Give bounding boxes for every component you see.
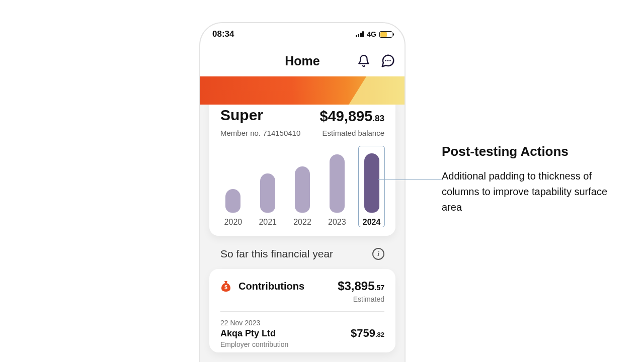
bar-fill bbox=[260, 173, 275, 213]
callout-body: Additional padding to thickness of colum… bbox=[442, 168, 613, 215]
balance-bar-chart: 20202021202220232024 bbox=[220, 146, 384, 227]
balance-amount: $49,895.83 bbox=[320, 109, 384, 124]
bar-fill bbox=[295, 166, 310, 213]
contributions-card[interactable]: $ Contributions $3,895.57 Estimated 22 N… bbox=[209, 269, 395, 352]
member-number: Member no. 714150410 bbox=[220, 129, 300, 137]
transaction-row[interactable]: 22 Nov 2023 Akqa Pty Ltd Employer contri… bbox=[220, 319, 384, 348]
bar-fill bbox=[364, 153, 379, 213]
balance-main: $49,895 bbox=[320, 108, 373, 124]
contributions-title: Contributions bbox=[238, 281, 304, 292]
battery-icon bbox=[379, 31, 392, 38]
chart-bar-2023[interactable]: 2023 bbox=[324, 146, 350, 227]
status-right: 4G bbox=[356, 30, 392, 38]
scroll-body[interactable]: Super $49,895.83 Member no. 714150410 Es… bbox=[200, 96, 405, 352]
page-title: Home bbox=[285, 54, 319, 68]
bar-label: 2023 bbox=[328, 218, 346, 227]
svg-point-2 bbox=[389, 60, 391, 61]
transaction-amount: $759.82 bbox=[351, 327, 384, 340]
super-balance-card[interactable]: Super $49,895.83 Member no. 714150410 Es… bbox=[209, 96, 395, 236]
svg-point-1 bbox=[387, 60, 389, 61]
status-time: 08:34 bbox=[212, 29, 234, 39]
transaction-date: 22 Nov 2023 bbox=[220, 319, 288, 327]
bar-label: 2020 bbox=[224, 218, 243, 227]
section-heading: So far this financial year bbox=[220, 248, 333, 260]
bar-label: 2021 bbox=[259, 218, 277, 227]
bar-fill bbox=[330, 154, 345, 213]
chart-bar-2024[interactable]: 2024 bbox=[359, 146, 384, 227]
network-label: 4G bbox=[367, 30, 376, 38]
annotation-connector bbox=[378, 179, 442, 180]
bar-fill bbox=[225, 189, 240, 213]
status-bar: 08:34 4G bbox=[200, 23, 405, 45]
section-heading-row: So far this financial year i bbox=[209, 236, 395, 269]
notifications-button[interactable] bbox=[355, 52, 372, 69]
txn-amount-main: $759 bbox=[351, 327, 375, 339]
bell-icon bbox=[357, 54, 370, 67]
super-title: Super bbox=[220, 107, 263, 124]
balance-label: Estimated balance bbox=[323, 129, 384, 137]
chat-button[interactable] bbox=[379, 52, 396, 69]
svg-text:$: $ bbox=[224, 285, 227, 290]
transaction-name: Akqa Pty Ltd bbox=[220, 328, 288, 339]
contrib-amount-main: $3,895 bbox=[338, 279, 374, 293]
bar-label: 2024 bbox=[363, 218, 381, 227]
callout-title: Post-testing Actions bbox=[442, 144, 613, 159]
chart-bar-2021[interactable]: 2021 bbox=[255, 146, 281, 227]
svg-point-0 bbox=[385, 60, 386, 61]
chart-bar-2022[interactable]: 2022 bbox=[290, 146, 315, 227]
chat-icon bbox=[380, 53, 395, 68]
transaction-type: Employer contribution bbox=[220, 340, 288, 348]
info-icon: i bbox=[377, 250, 379, 258]
bar-label: 2022 bbox=[293, 218, 311, 227]
contributions-amount: $3,895.57 bbox=[338, 279, 384, 293]
divider bbox=[220, 311, 384, 312]
contrib-amount-cents: .57 bbox=[375, 284, 384, 292]
txn-amount-cents: .82 bbox=[375, 331, 384, 338]
balance-cents: .83 bbox=[372, 114, 384, 123]
money-bag-icon: $ bbox=[220, 280, 231, 292]
estimated-label: Estimated bbox=[220, 295, 384, 303]
chart-bar-2020[interactable]: 2020 bbox=[220, 146, 246, 227]
annotation-callout: Post-testing Actions Additional padding … bbox=[442, 144, 613, 215]
nav-bar: Home bbox=[200, 45, 405, 76]
phone-frame: 08:34 4G Home bbox=[199, 22, 406, 362]
signal-icon bbox=[356, 31, 364, 37]
accent-banner bbox=[200, 76, 405, 105]
info-button[interactable]: i bbox=[372, 248, 384, 260]
phone-screen: 08:34 4G Home bbox=[200, 23, 405, 362]
